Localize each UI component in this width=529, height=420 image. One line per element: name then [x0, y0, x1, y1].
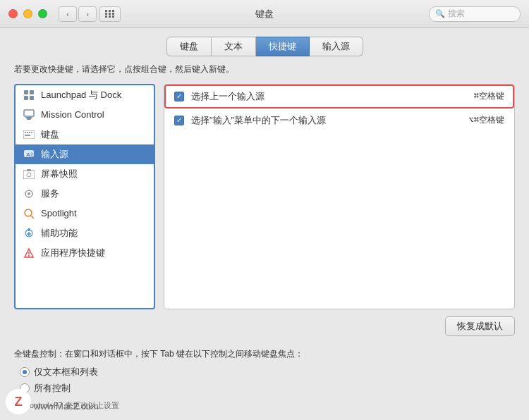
- radio-label-all-controls: 所有控制: [34, 382, 71, 395]
- sidebar-item-input-source-label: 输入源: [41, 148, 68, 161]
- search-placeholder: 搜索: [448, 8, 465, 20]
- shortcut-label-1: 选择上一个输入源: [191, 90, 474, 103]
- svg-rect-0: [24, 90, 28, 94]
- svg-line-26: [31, 216, 34, 218]
- mission-control-icon: [23, 109, 35, 121]
- sidebar-item-screenshot-label: 屏幕快照: [41, 168, 78, 180]
- sidebar-item-keyboard-label: 键盘: [41, 128, 59, 141]
- radio-circle-text-only: [20, 367, 30, 377]
- sidebar-item-accessibility-label: 辅助功能: [41, 227, 78, 240]
- tab-shortcuts[interactable]: 快捷键: [256, 37, 310, 56]
- shortcut-checkbox-1[interactable]: ✓: [174, 92, 184, 101]
- search-box[interactable]: 🔍 搜索: [429, 6, 521, 22]
- svg-rect-16: [23, 171, 35, 179]
- keyboard-control-description: 全键盘控制：在窗口和对话框中，按下 Tab 键在以下控制之间移动键盘焦点：: [14, 347, 515, 360]
- traffic-lights: [8, 9, 47, 18]
- close-button[interactable]: [8, 9, 18, 18]
- tab-text[interactable]: 文本: [212, 37, 256, 56]
- radio-group: 仅文本框和列表 所有控制: [20, 366, 515, 395]
- radio-item-text-only[interactable]: 仅文本框和列表: [20, 366, 515, 378]
- launchpad-icon: [23, 89, 35, 101]
- svg-rect-8: [25, 132, 26, 133]
- svg-point-17: [27, 173, 31, 177]
- shortcut-checkbox-2[interactable]: ✓: [174, 116, 184, 125]
- grid-view-button[interactable]: [99, 6, 121, 22]
- sidebar-item-spotlight-label: Spotlight: [41, 208, 77, 218]
- accessibility-icon: [23, 227, 35, 240]
- tab-keyboard[interactable]: 键盘: [166, 37, 212, 56]
- restore-default-button[interactable]: 恢复成默认: [445, 316, 515, 336]
- radio-item-all-controls[interactable]: 所有控制: [20, 382, 515, 395]
- titlebar: ‹ › 键盘 🔍 搜索: [0, 0, 529, 28]
- tab-bar: 键盘 文本 快捷键 输入源: [14, 28, 515, 63]
- watermark-logo: Z: [6, 389, 31, 414]
- svg-rect-5: [25, 117, 32, 118]
- restore-area: 恢复成默认: [14, 316, 515, 336]
- svg-rect-3: [30, 96, 34, 100]
- shortcut-key-1: ⌘空格键: [474, 90, 504, 102]
- tab-input-source[interactable]: 输入源: [310, 37, 363, 56]
- screenshot-icon: [23, 168, 35, 180]
- maximize-button[interactable]: [38, 9, 47, 18]
- right-panel: ✓ 选择上一个输入源 ⌘空格键 ✓ 选择"输入"菜单中的下一个输入源 ⌥⌘空格键: [164, 84, 515, 309]
- sidebar-item-services-label: 服务: [41, 187, 59, 200]
- svg-rect-2: [24, 96, 28, 100]
- nav-arrows: ‹ ›: [59, 6, 97, 22]
- spotlight-icon: [23, 207, 35, 220]
- svg-rect-11: [31, 132, 32, 133]
- svg-point-25: [25, 209, 32, 216]
- svg-point-33: [28, 255, 30, 257]
- window-title: 键盘: [255, 8, 274, 20]
- sidebar-item-launchpad-dock[interactable]: Launchpad 与 Dock: [16, 85, 154, 105]
- shortcut-row-1: ✓ 选择上一个输入源 ⌘空格键: [164, 85, 514, 109]
- watermark-text: www.MacZ.com: [34, 401, 99, 412]
- left-panel: Launchpad 与 Dock Mission Control: [14, 84, 155, 309]
- svg-rect-12: [25, 135, 30, 136]
- sidebar-item-mission-control[interactable]: Mission Control: [16, 105, 154, 125]
- shortcut-label-2: 选择"输入"菜单中的下一个输入源: [191, 114, 469, 127]
- sidebar-item-launchpad-dock-label: Launchpad 与 Dock: [41, 89, 121, 101]
- sidebar-item-services[interactable]: 服务: [16, 184, 154, 204]
- sidebar-item-app-shortcuts[interactable]: 应用程序快捷键: [16, 243, 154, 263]
- svg-rect-1: [30, 90, 34, 94]
- forward-button[interactable]: ›: [78, 6, 97, 22]
- sidebar-item-app-shortcuts-label: 应用程序快捷键: [41, 247, 105, 259]
- grid-icon: [105, 10, 115, 18]
- main-content: 键盘 文本 快捷键 输入源 若要更改快捷键，请选择它，点按组合键，然后键入新键。…: [0, 28, 529, 420]
- svg-rect-6: [27, 118, 31, 120]
- svg-point-20: [28, 192, 30, 195]
- sidebar-item-input-source[interactable]: A 文 输入源: [16, 144, 154, 164]
- back-button[interactable]: ‹: [59, 6, 77, 22]
- description-text: 若要更改快捷键，请选择它，点按组合键，然后键入新键。: [14, 63, 515, 75]
- svg-rect-4: [24, 110, 34, 116]
- services-icon: [23, 187, 35, 200]
- sidebar-item-accessibility[interactable]: 辅助功能: [16, 223, 154, 243]
- keyboard-icon: [23, 128, 35, 141]
- radio-label-text-only: 仅文本框和列表: [34, 366, 98, 378]
- sidebar-item-screenshot[interactable]: 屏幕快照: [16, 164, 154, 184]
- svg-rect-18: [27, 169, 31, 171]
- sidebar-item-mission-control-label: Mission Control: [41, 109, 104, 120]
- minimize-button[interactable]: [23, 9, 32, 18]
- app-shortcuts-icon: [23, 247, 35, 259]
- sidebar-item-spotlight[interactable]: Spotlight: [16, 204, 154, 223]
- input-source-icon: A 文: [23, 148, 35, 161]
- shortcut-row-2: ✓ 选择"输入"菜单中的下一个输入源 ⌥⌘空格键: [164, 109, 514, 132]
- svg-text:文: 文: [30, 152, 35, 157]
- sidebar-item-keyboard[interactable]: 键盘: [16, 125, 154, 144]
- svg-rect-9: [27, 132, 28, 133]
- search-icon: 🔍: [435, 9, 445, 18]
- svg-rect-10: [29, 132, 30, 133]
- shortcut-key-2: ⌥⌘空格键: [469, 114, 504, 126]
- content-area: Launchpad 与 Dock Mission Control: [14, 84, 515, 309]
